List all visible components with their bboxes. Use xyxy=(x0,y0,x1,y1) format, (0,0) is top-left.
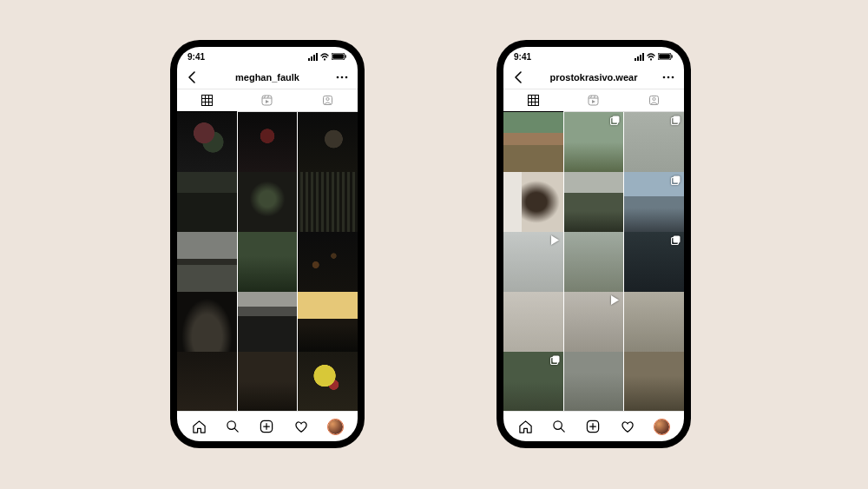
heart-icon xyxy=(621,420,635,434)
profile-username[interactable]: prostokrasivo.wear xyxy=(550,72,638,83)
reels-icon xyxy=(261,95,273,106)
more-options-button[interactable] xyxy=(661,70,675,84)
post-thumbnail[interactable] xyxy=(624,292,684,352)
back-button[interactable] xyxy=(186,70,200,84)
home-icon xyxy=(518,420,533,434)
tab-tagged[interactable] xyxy=(624,89,684,112)
profile-header: meghan_faulk xyxy=(177,66,358,89)
status-indicators xyxy=(635,53,674,61)
post-thumbnail[interactable] xyxy=(503,172,563,232)
bottom-nav xyxy=(177,411,358,441)
post-image xyxy=(177,172,237,232)
carousel-badge-icon xyxy=(671,116,681,125)
post-thumbnail[interactable] xyxy=(503,292,563,352)
post-thumbnail[interactable] xyxy=(177,172,237,232)
post-thumbnail[interactable] xyxy=(624,172,684,232)
battery-icon xyxy=(658,53,674,60)
screen: 9:41 prostokrasivo.wear xyxy=(503,47,684,441)
avatar-icon xyxy=(654,420,669,434)
back-button[interactable] xyxy=(512,70,526,84)
status-indicators xyxy=(308,53,347,61)
post-thumbnail[interactable] xyxy=(564,112,624,172)
posts-grid[interactable] xyxy=(503,112,684,411)
post-image xyxy=(298,232,358,292)
post-thumbnail[interactable] xyxy=(503,352,563,411)
tab-posts-grid[interactable] xyxy=(177,89,237,112)
heart-icon xyxy=(294,420,309,434)
post-thumbnail[interactable] xyxy=(238,292,298,352)
post-image xyxy=(177,352,237,411)
nav-search-button[interactable] xyxy=(225,418,242,435)
posts-grid[interactable] xyxy=(177,112,358,411)
status-time: 9:41 xyxy=(187,52,205,62)
post-thumbnail[interactable] xyxy=(177,112,237,172)
nav-profile-button[interactable] xyxy=(653,418,670,435)
post-thumbnail[interactable] xyxy=(624,352,684,411)
carousel-badge-icon xyxy=(671,175,681,185)
post-image xyxy=(177,292,237,352)
stage: { "status": { "time": "9:41" }, "phones"… xyxy=(0,0,868,489)
wifi-icon xyxy=(320,53,329,61)
post-thumbnail[interactable] xyxy=(624,232,684,292)
more-options-button[interactable] xyxy=(335,70,349,84)
post-image xyxy=(238,172,298,232)
tab-reels[interactable] xyxy=(563,89,623,112)
post-thumbnail[interactable] xyxy=(298,292,358,352)
post-thumbnail[interactable] xyxy=(503,112,563,172)
search-icon xyxy=(226,420,240,434)
post-image xyxy=(624,292,684,352)
nav-create-button[interactable] xyxy=(585,418,602,435)
chevron-left-icon xyxy=(513,71,525,83)
profile-username[interactable]: meghan_faulk xyxy=(235,72,299,83)
post-thumbnail[interactable] xyxy=(238,352,298,411)
search-icon xyxy=(552,420,567,434)
phone-mockup-left: 9:41 meghan_faulk xyxy=(170,40,365,448)
post-thumbnail[interactable] xyxy=(564,292,624,352)
reels-icon xyxy=(588,95,599,106)
post-thumbnail[interactable] xyxy=(564,172,624,232)
post-image xyxy=(503,172,563,232)
nav-home-button[interactable] xyxy=(191,418,208,435)
nav-search-button[interactable] xyxy=(551,418,569,435)
nav-home-button[interactable] xyxy=(517,418,535,435)
post-image xyxy=(298,292,358,352)
post-thumbnail[interactable] xyxy=(238,232,298,292)
nav-activity-button[interactable] xyxy=(619,418,636,435)
post-image xyxy=(503,112,563,172)
carousel-badge-icon xyxy=(671,235,681,245)
post-thumbnail[interactable] xyxy=(564,352,624,411)
plus-square-icon xyxy=(586,420,601,434)
wifi-icon xyxy=(647,53,655,61)
post-image xyxy=(564,352,624,411)
home-icon xyxy=(192,420,207,434)
post-thumbnail[interactable] xyxy=(298,352,358,411)
post-thumbnail[interactable] xyxy=(624,112,684,172)
post-thumbnail[interactable] xyxy=(298,172,358,232)
avatar-icon xyxy=(328,420,343,434)
post-thumbnail[interactable] xyxy=(177,352,237,411)
post-thumbnail[interactable] xyxy=(298,112,358,172)
tab-posts-grid[interactable] xyxy=(503,89,563,112)
status-time: 9:41 xyxy=(514,52,531,62)
post-thumbnail[interactable] xyxy=(177,292,237,352)
cellular-icon xyxy=(308,53,318,61)
post-image xyxy=(298,352,358,411)
post-thumbnail[interactable] xyxy=(238,172,298,232)
post-image xyxy=(503,292,563,352)
tab-reels[interactable] xyxy=(237,89,297,112)
post-thumbnail[interactable] xyxy=(238,112,298,172)
phone-mockup-right: 9:41 prostokrasivo.wear xyxy=(496,40,691,448)
post-thumbnail[interactable] xyxy=(564,232,624,292)
post-thumbnail[interactable] xyxy=(503,232,563,292)
grid-icon xyxy=(201,95,213,106)
nav-activity-button[interactable] xyxy=(293,418,310,435)
tab-tagged[interactable] xyxy=(298,89,358,112)
screen: 9:41 meghan_faulk xyxy=(177,47,358,441)
post-thumbnail[interactable] xyxy=(298,232,358,292)
nav-create-button[interactable] xyxy=(259,418,276,435)
post-thumbnail[interactable] xyxy=(177,232,237,292)
post-image xyxy=(564,172,624,232)
nav-profile-button[interactable] xyxy=(326,418,344,435)
post-image xyxy=(564,232,624,292)
post-image xyxy=(298,172,358,232)
